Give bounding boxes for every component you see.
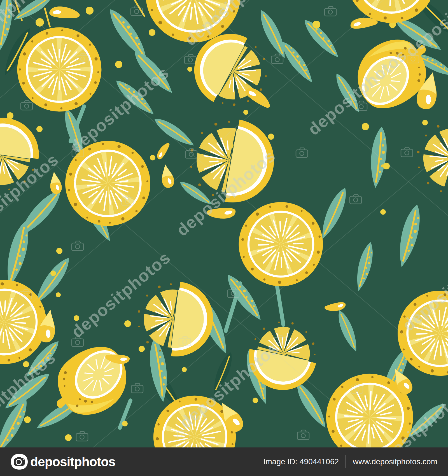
camera-watermark-icon [72, 241, 83, 251]
juice-dot [7, 112, 13, 119]
camera-watermark-icon [271, 54, 283, 64]
branch-stem [277, 283, 283, 325]
image-meta: Image ID: 490441062 www.depositphotos.co… [263, 455, 437, 468]
depositphotos-camera-icon [11, 454, 28, 470]
leaf [334, 308, 361, 354]
stock-image-preview: depositphotosdepositphotosdepositphotosd… [0, 0, 448, 476]
website-url[interactable]: www.depositphotos.com [353, 457, 437, 466]
juice-drop [49, 5, 80, 20]
juice-drop [159, 163, 175, 189]
juice-dot [182, 367, 187, 372]
juice-dot [149, 29, 155, 36]
juice-dot [36, 126, 43, 132]
camera-watermark-icon [350, 194, 361, 204]
juice-dot [124, 320, 131, 327]
depositphotos-logo[interactable]: depositphotos [11, 454, 115, 470]
camera-watermark-icon [325, 6, 336, 16]
juice-dot [187, 67, 192, 72]
juice-dot [312, 21, 320, 29]
juice-dot [139, 346, 145, 352]
camera-watermark-icon [131, 383, 143, 393]
juice-dot [268, 134, 274, 140]
leaf [104, 5, 152, 63]
juice-dot [122, 421, 128, 426]
juice-dot [65, 434, 72, 441]
juice-dot [115, 61, 122, 68]
juice-dot [50, 270, 56, 276]
juice-drop [48, 171, 63, 195]
juice-dot [56, 248, 62, 254]
juice-dot [24, 416, 31, 423]
leaf [292, 379, 331, 431]
camera-watermark-icon [21, 101, 32, 110]
camera-watermark-icon [76, 431, 88, 441]
juice-dot [380, 209, 386, 215]
juice-dot [36, 18, 44, 27]
leaf [353, 241, 377, 292]
camera-watermark-icon [401, 147, 413, 157]
leaf [300, 16, 343, 62]
juice-dot [86, 7, 94, 15]
juice-dot [422, 120, 428, 125]
camera-watermark-icon [296, 148, 308, 157]
lemon-pattern-artwork: depositphotosdepositphotosdepositphotosd… [0, 0, 448, 448]
juice-dot [243, 110, 248, 115]
image-id: Image ID: 490441062 [263, 457, 339, 466]
watermark-text: depositphotos [68, 248, 174, 341]
juice-dot [362, 123, 369, 130]
twig [45, 8, 50, 27]
juice-drop [324, 302, 346, 312]
lemon-wedge [133, 277, 217, 361]
footer-bar: depositphotos Image ID: 490441062 www.de… [0, 447, 448, 476]
juice-dot [150, 155, 155, 160]
juice-dot [383, 163, 390, 169]
juice-dot [56, 292, 61, 297]
leaf [394, 203, 424, 269]
camera-watermark-icon [297, 430, 309, 440]
meta-divider [346, 455, 346, 468]
lemon-wedge [414, 117, 448, 200]
camera-watermark-icon [185, 54, 196, 64]
brand-wordmark: depositphotos [30, 454, 115, 469]
juice-dot [253, 398, 258, 403]
leaf [151, 114, 197, 150]
leaf [368, 126, 389, 189]
juice-drop [155, 141, 171, 160]
